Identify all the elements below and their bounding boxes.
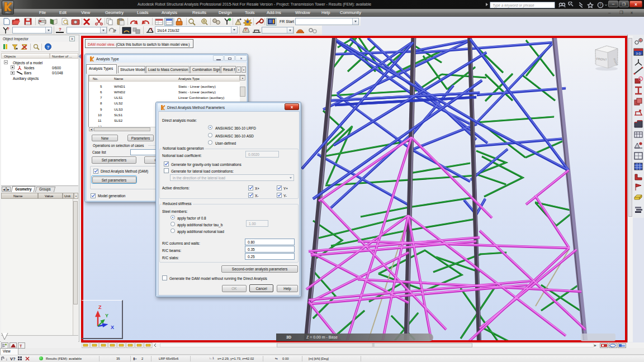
svg-text:3-D: 3-D [636, 52, 641, 55]
svg-text:?: ? [7, 26, 10, 31]
svg-text:Y: Y [105, 313, 108, 318]
svg-text:?: ? [150, 27, 153, 32]
svg-text:V?: V? [10, 356, 16, 361]
svg-text:↓: ↓ [6, 357, 8, 361]
svg-text:?: ? [244, 27, 247, 32]
svg-text:PRO: PRO [6, 11, 11, 14]
svg-text:FR Start: FR Start [280, 20, 294, 23]
svg-text:X: X [111, 325, 114, 330]
svg-text:?: ? [47, 45, 50, 50]
svg-text:?: ? [599, 3, 602, 7]
svg-text:?: ? [59, 27, 61, 32]
svg-text:?: ? [113, 28, 116, 34]
svg-text:Z: Z [98, 304, 102, 310]
svg-text:T: T [20, 344, 22, 348]
